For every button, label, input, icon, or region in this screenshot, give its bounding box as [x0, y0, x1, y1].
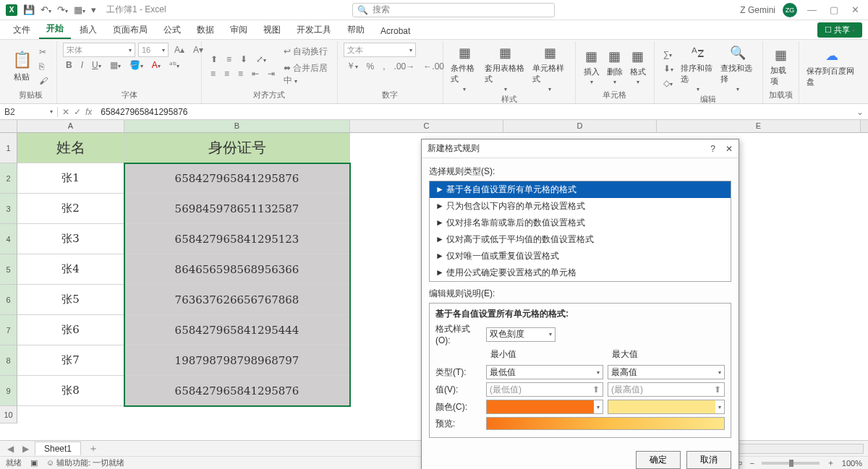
- search-input[interactable]: 🔍 搜索: [352, 3, 555, 17]
- cell[interactable]: 张4: [17, 254, 124, 285]
- qat-save-icon[interactable]: 💾: [23, 4, 35, 15]
- row-header[interactable]: 1: [0, 133, 17, 163]
- bold-button[interactable]: B: [63, 59, 75, 72]
- status-accessibility[interactable]: ☺ 辅助功能: 一切就绪: [46, 457, 124, 468]
- sort-filter-button[interactable]: ᴬᴢ排序和筛选▾: [679, 43, 717, 94]
- zoom-slider[interactable]: [762, 462, 820, 465]
- tab-file[interactable]: 文件: [6, 21, 38, 39]
- rule-type-item[interactable]: ► 使用公式确定要设置格式的单元格: [430, 264, 731, 281]
- col-header-c[interactable]: C: [350, 120, 503, 132]
- table-format-button[interactable]: ▦套用表格格式▾: [483, 43, 529, 94]
- cell[interactable]: 658427965841295123: [124, 224, 350, 254]
- underline-button[interactable]: U▾: [89, 59, 104, 72]
- cell[interactable]: 658427965841295444: [124, 315, 350, 345]
- range-select-icon[interactable]: ⬆: [714, 384, 721, 395]
- cell[interactable]: 658427965841295876: [124, 376, 350, 406]
- close-button[interactable]: ✕: [848, 4, 862, 15]
- expand-formula-bar-icon[interactable]: ⌄: [852, 107, 868, 117]
- tab-home[interactable]: 开始: [39, 20, 71, 39]
- type-max-combo[interactable]: 最高值▾: [608, 365, 725, 379]
- font-size-combo[interactable]: 16▾: [138, 43, 169, 57]
- border-button[interactable]: ▦▾: [107, 59, 124, 72]
- phonetic-button[interactable]: ᵃᵇ▾: [166, 59, 182, 72]
- tab-formulas[interactable]: 公式: [156, 21, 188, 39]
- fill-icon[interactable]: ⬇▾: [660, 62, 676, 75]
- row-header[interactable]: 3: [0, 194, 17, 224]
- inc-decimal-icon[interactable]: .00→: [391, 60, 418, 73]
- rule-type-item[interactable]: ► 基于各自值设置所有单元格的格式: [430, 181, 731, 198]
- format-style-combo[interactable]: 双色刻度▾: [486, 327, 556, 342]
- col-header-e[interactable]: E: [657, 120, 861, 132]
- tab-data[interactable]: 数据: [190, 21, 221, 39]
- tab-view[interactable]: 视图: [256, 21, 288, 39]
- color-min-combo[interactable]: ▾: [486, 400, 603, 414]
- sheet-prev-icon[interactable]: ◀: [4, 444, 17, 454]
- tab-acrobat[interactable]: Acrobat: [373, 23, 417, 39]
- dialog-help-icon[interactable]: ?: [710, 144, 715, 154]
- cell[interactable]: 864656598568956366: [124, 254, 350, 285]
- qat-undo-icon[interactable]: ↶▾: [41, 4, 51, 15]
- align-left-icon[interactable]: ≡: [208, 67, 218, 80]
- cell[interactable]: 姓名: [17, 133, 124, 163]
- clear-icon[interactable]: ◇▾: [660, 77, 676, 90]
- minimize-button[interactable]: ―: [804, 4, 820, 15]
- color-max-combo[interactable]: ▾: [608, 400, 725, 414]
- dialog-titlebar[interactable]: 新建格式规则 ? ✕: [422, 139, 739, 158]
- cell[interactable]: 569845978651132587: [124, 194, 350, 224]
- cell[interactable]: 张7: [17, 345, 124, 376]
- cell[interactable]: 198798798798968797: [124, 345, 350, 376]
- align-top-icon[interactable]: ⬆: [208, 53, 221, 66]
- zoom-percent[interactable]: 100%: [842, 459, 862, 468]
- name-box[interactable]: B2▾: [0, 107, 58, 117]
- cell[interactable]: 张8: [17, 376, 124, 406]
- cell-styles-button[interactable]: ▦单元格样式▾: [531, 43, 569, 94]
- format-painter-icon[interactable]: 🖌: [36, 74, 51, 87]
- tab-layout[interactable]: 页面布局: [106, 21, 155, 39]
- align-middle-icon[interactable]: ≡: [224, 53, 234, 66]
- row-header[interactable]: 4: [0, 224, 17, 254]
- tab-review[interactable]: 审阅: [223, 21, 255, 39]
- insert-cells-button[interactable]: ▦插入▾: [582, 46, 602, 87]
- baidu-save-button[interactable]: ☁保存到百度网盘: [805, 46, 858, 89]
- tab-help[interactable]: 帮助: [340, 21, 372, 39]
- merge-button[interactable]: ⬌ 合并后居中 ▾: [281, 61, 331, 88]
- cell[interactable]: 张6: [17, 315, 124, 345]
- type-min-combo[interactable]: 最低值▾: [486, 365, 603, 379]
- cell[interactable]: 张1: [17, 163, 124, 194]
- conditional-format-button[interactable]: ▦条件格式▾: [449, 43, 480, 94]
- number-format-combo[interactable]: 文本▾: [344, 43, 416, 57]
- row-header[interactable]: 8: [0, 345, 17, 376]
- value-max-input[interactable]: (最高值)⬆: [608, 382, 725, 397]
- row-header[interactable]: 7: [0, 315, 17, 345]
- row-header[interactable]: 9: [0, 376, 17, 406]
- rule-type-list[interactable]: ► 基于各自值设置所有单元格的格式 ► 只为包含以下内容的单元格设置格式 ► 仅…: [429, 181, 731, 282]
- tab-dev[interactable]: 开发工具: [289, 21, 339, 39]
- font-color-button[interactable]: A▾: [149, 59, 163, 72]
- zoom-in-icon[interactable]: ＋: [827, 457, 835, 468]
- qat-more-icon[interactable]: ▦▾: [74, 4, 85, 15]
- cell[interactable]: 658427965841295876: [124, 163, 350, 194]
- cell[interactable]: 张2: [17, 194, 124, 224]
- tab-insert[interactable]: 插入: [72, 21, 104, 39]
- cut-icon[interactable]: ✂: [36, 46, 51, 59]
- row-header[interactable]: 6: [0, 285, 17, 315]
- rule-type-item[interactable]: ► 仅对高于或低于平均值的数值设置格式: [430, 231, 731, 248]
- rule-type-item[interactable]: ► 仅对排名靠前或靠后的数值设置格式: [430, 215, 731, 231]
- indent-inc-icon[interactable]: ⇥: [265, 67, 278, 80]
- zoom-out-icon[interactable]: −: [749, 459, 754, 468]
- formula-input[interactable]: 658427965841295876: [96, 107, 852, 117]
- select-all-corner[interactable]: [0, 120, 17, 132]
- rule-type-item[interactable]: ► 仅对唯一值或重复值设置格式: [430, 248, 731, 264]
- indent-dec-icon[interactable]: ⇤: [249, 67, 262, 80]
- value-min-input[interactable]: (最低值)⬆: [486, 382, 603, 397]
- rule-type-item[interactable]: ► 只为包含以下内容的单元格设置格式: [430, 198, 731, 215]
- cell[interactable]: 张3: [17, 224, 124, 254]
- delete-cells-button[interactable]: ▦删除▾: [605, 46, 625, 87]
- enter-formula-icon[interactable]: ✓: [74, 107, 81, 117]
- format-cells-button[interactable]: ▦格式▾: [628, 46, 648, 87]
- col-header-a[interactable]: A: [17, 120, 124, 132]
- cancel-formula-icon[interactable]: ✕: [62, 107, 69, 117]
- align-center-icon[interactable]: ≡: [221, 67, 232, 80]
- avatar[interactable]: ZG: [783, 3, 797, 17]
- dialog-close-icon[interactable]: ✕: [726, 144, 733, 154]
